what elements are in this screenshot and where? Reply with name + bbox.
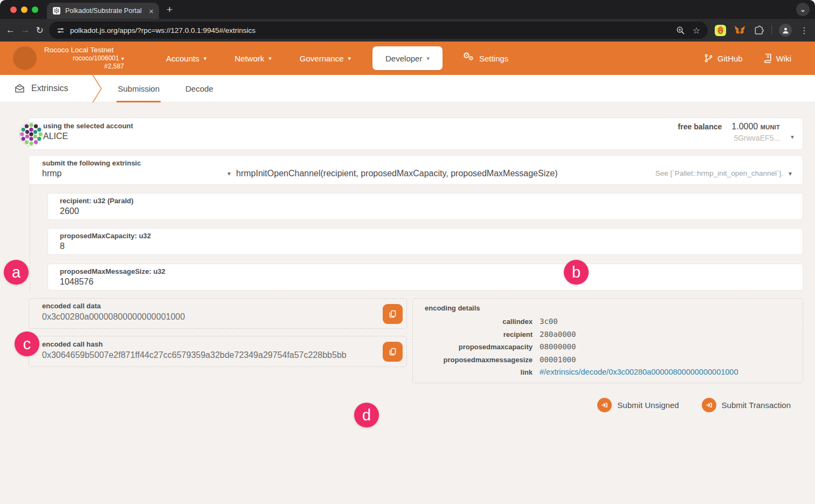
param-label: recipient: u32 (ParaId) (60, 197, 791, 205)
encoding-row-label: proposedmaxmessagesize (425, 354, 533, 367)
chevron-down-icon: ▾ (227, 170, 231, 177)
code-branch-icon (704, 53, 713, 63)
encoding-row-value: 08000000 (540, 341, 791, 354)
gear-icon: ⚙⚙ (464, 53, 475, 64)
annotation-badge-d: d (354, 403, 379, 427)
network-name: Rococo Local Testnet (44, 46, 124, 55)
main-navigation: Accounts ▾ Network ▾ Governance ▾ Develo… (152, 42, 522, 75)
method-doc[interactable]: See [`Pallet::hrmp_init_open_channel`]. … (655, 169, 792, 177)
annotation-badge-c: c (15, 332, 39, 356)
encoded-call-data-label: encoded call data (42, 302, 393, 310)
submit-transaction-button[interactable]: Submit Transaction (702, 398, 791, 412)
tab-close-icon[interactable]: × (149, 7, 154, 15)
annotation-badge-b: b (564, 260, 589, 285)
param-tree-line (30, 186, 30, 291)
encoded-call-hash-box: encoded call hash 0x3064659b5007e2f871ff… (29, 336, 407, 367)
tab-search-button[interactable]: ⌄ (796, 3, 810, 16)
extensions-puzzle-icon[interactable] (753, 25, 764, 36)
sign-in-icon (702, 398, 716, 412)
free-balance-value: 1.0000 (731, 122, 758, 131)
account-label: using the selected account (43, 122, 133, 130)
talisman-extension-icon[interactable] (714, 24, 727, 37)
url-text: polkadot.js.org/apps/?rpc=ws://127.0.0.1… (70, 26, 671, 34)
fullscreen-window-button[interactable] (32, 6, 38, 13)
back-button[interactable]: ← (3, 25, 18, 36)
free-balance-label: free balance (678, 122, 722, 131)
chevron-down-icon: ▾ (204, 55, 207, 62)
network-avatar[interactable] (13, 46, 37, 70)
wiki-link[interactable]: Wiki (763, 53, 791, 63)
annotation-badge-a: a (4, 260, 29, 285)
network-route: rococo/1006001 (73, 54, 119, 62)
app-header: Rococo Local Testnet rococo/1006001▾ #2,… (0, 42, 815, 75)
browser-tab-strip: Polkadot/Substrate Portal × + ⌄ (0, 0, 815, 19)
param-label: proposedMaxCapacity: u32 (60, 232, 791, 240)
account-identicon (20, 123, 43, 146)
window-controls (10, 6, 38, 13)
encoded-call-data-box: encoded call data 0x3c00280a000008000000… (29, 298, 407, 329)
copy-icon (388, 309, 397, 319)
pallet-value: hrmp (42, 169, 227, 178)
encoding-row-label: proposedmaxcapacity (425, 341, 533, 354)
param-value: 2600 (60, 206, 791, 216)
chevron-down-icon: ▾ (426, 55, 430, 62)
encoded-call-hash-value: 0x3064659b5007e2f871ff44c27cc6579359a32b… (42, 350, 393, 360)
new-tab-button[interactable]: + (167, 4, 172, 16)
tab-submission[interactable]: Submission (105, 75, 172, 102)
encoding-row-label: recipient (425, 328, 533, 341)
chevron-down-icon: ▾ (121, 56, 124, 61)
encoding-row-value: 00001000 (540, 354, 791, 367)
chevron-down-icon: ▾ (348, 55, 351, 62)
metamask-extension-icon[interactable] (734, 24, 746, 37)
reload-button[interactable]: ↻ (32, 25, 47, 36)
extrinsic-label: submit the following extrinsic (42, 159, 236, 167)
browser-profile-avatar[interactable] (779, 24, 792, 37)
breadcrumb-chevron (91, 75, 105, 102)
envelope-open-icon (14, 83, 25, 94)
submit-actions: Submit Unsigned Submit Transaction (597, 398, 791, 412)
url-bar[interactable]: polkadot.js.org/apps/?rpc=ws://127.0.0.1… (49, 22, 708, 39)
chevron-down-icon[interactable]: ▾ (791, 133, 794, 141)
encoding-details-label: encoding details (425, 304, 791, 312)
param-proposed-max-message-size-field[interactable]: proposedMaxMessageSize: u32 1048576 (47, 264, 803, 291)
tab-title: Polkadot/Substrate Portal (65, 7, 144, 15)
account-name: ALICE (43, 132, 133, 141)
nav-network[interactable]: Network ▾ (220, 42, 286, 75)
param-label: proposedMaxMessageSize: u32 (60, 267, 791, 275)
param-recipient-field[interactable]: recipient: u32 (ParaId) 2600 (47, 193, 803, 220)
minimize-window-button[interactable] (21, 6, 27, 13)
param-proposed-max-capacity-field[interactable]: proposedMaxCapacity: u32 8 (47, 228, 803, 255)
encoded-call-data-value: 0x3c00280a00000800000000001000 (42, 312, 393, 322)
forward-button[interactable]: → (18, 25, 32, 36)
bookmark-star-icon[interactable]: ☆ (693, 25, 700, 36)
extrinsics-page: using the selected account ALICE free ba… (0, 102, 815, 504)
decode-link[interactable]: #/extrinsics/decode/0x3c00280a0000080000… (540, 366, 791, 379)
tab-decode[interactable]: Decode (172, 75, 226, 102)
browser-toolbar: ← → ↻ polkadot.js.org/apps/?rpc=ws://127… (0, 19, 815, 42)
github-link[interactable]: GitHub (704, 53, 743, 63)
zoom-icon[interactable] (676, 26, 685, 35)
nav-governance[interactable]: Governance ▾ (286, 42, 365, 75)
chevron-down-icon: ⌄ (800, 5, 806, 13)
free-balance-unit: MUNIT (761, 124, 780, 130)
nav-settings[interactable]: ⚙⚙ Settings (450, 42, 522, 75)
pallet-select[interactable]: hrmp ▾ (42, 169, 236, 178)
encoding-row-value: 280a0000 (540, 328, 791, 341)
browser-menu-icon[interactable]: ⋮ (800, 25, 809, 36)
param-value: 8 (60, 241, 791, 251)
nav-developer[interactable]: Developer ▾ (372, 46, 443, 70)
close-window-button[interactable] (10, 6, 17, 13)
account-address-short[interactable]: 5GrwvaEF5... (678, 134, 780, 142)
site-favicon (52, 6, 61, 15)
copy-call-hash-button[interactable] (383, 342, 403, 362)
selected-account-card: using the selected account ALICE free ba… (29, 118, 803, 150)
method-select[interactable]: hrmpInitOpenChannel(recipient, proposedM… (236, 169, 557, 178)
browser-window: Polkadot/Substrate Portal × + ⌄ ← → ↻ po… (0, 0, 815, 504)
submit-unsigned-button[interactable]: Submit Unsigned (597, 398, 679, 412)
browser-tab[interactable]: Polkadot/Substrate Portal × (47, 3, 159, 19)
network-info[interactable]: Rococo Local Testnet rococo/1006001▾ #2,… (44, 46, 124, 71)
encoded-call-hash-label: encoded call hash (42, 340, 393, 348)
chevron-down-icon: ▾ (789, 170, 792, 177)
copy-call-data-button[interactable] (383, 304, 403, 324)
nav-accounts[interactable]: Accounts ▾ (152, 42, 220, 75)
